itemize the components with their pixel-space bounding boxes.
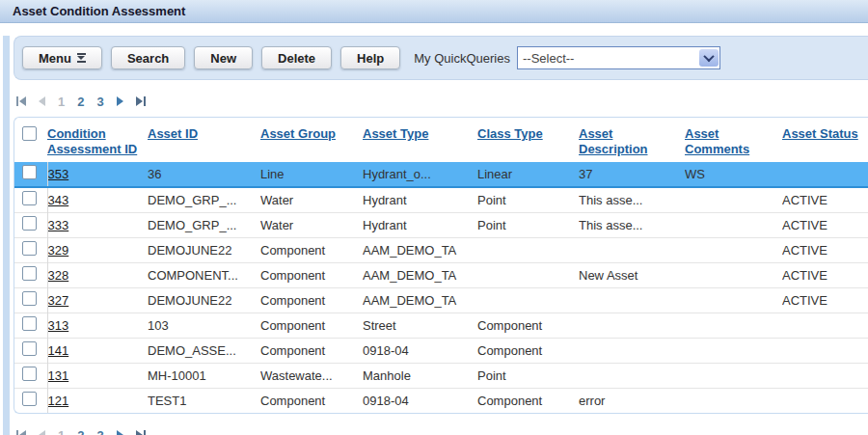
table-row[interactable]: 329DEMOJUNE22ComponentAAM_DEMO_TAACTIVE [14,238,868,263]
cell-asset_id: 36 [148,162,260,187]
cell-desc: 37 [579,162,685,187]
cell-group: Component [260,389,363,414]
cell-condition-assessment-id: 353 [47,162,148,187]
cell-desc: This asse... [579,213,685,238]
pagination-bottom: 1 2 3 [16,428,868,435]
header-asset-id[interactable]: Asset ID [148,126,198,141]
page-number-current: 1 [58,95,65,109]
table-row[interactable]: 327DEMOJUNE22ComponentAAM_DEMO_TAACTIVE [14,288,868,313]
row-checkbox-cell [14,313,47,339]
row-checkbox[interactable] [22,392,37,406]
row-id-link[interactable]: 131 [48,368,69,383]
row-checkbox-cell [14,339,47,364]
quickqueries-selected-value: --Select-- [523,51,574,66]
next-page-icon[interactable] [117,430,123,435]
header-asset-comments[interactable]: Asset Comments [685,126,749,156]
table-row[interactable]: 121TEST1Component0918-04Componenterror [14,389,868,414]
cell-group: Component [260,339,363,364]
table-row[interactable]: 35336LineHydrant_o...Linear37WS [14,162,868,187]
cell-status: ACTIVE [782,238,868,263]
quickqueries-select[interactable]: --Select-- [517,46,720,69]
cell-type: 0918-04 [363,339,477,364]
dropdown-arrow-icon[interactable] [699,49,719,67]
select-all-checkbox-cell [14,118,47,162]
row-id-link[interactable]: 141 [48,343,69,358]
row-checkbox[interactable] [22,367,37,381]
quickqueries-label: My QuickQueries [414,51,510,66]
row-id-link[interactable]: 333 [48,218,69,232]
cell-status [782,389,868,414]
row-id-link[interactable]: 353 [48,167,69,181]
header-asset-type[interactable]: Asset Type [363,126,428,141]
cell-desc [579,288,685,313]
row-checkbox[interactable] [22,216,37,231]
table-row[interactable]: 131MH-10001Wastewate...ManholePoint [14,364,868,389]
page-3-link[interactable]: 3 [96,95,103,109]
row-checkbox-cell [14,213,47,238]
table-row[interactable]: 343DEMO_GRP_...WaterHydrantPointThis ass… [14,187,868,213]
row-checkbox[interactable] [22,316,37,331]
row-checkbox[interactable] [22,191,37,205]
row-checkbox[interactable] [22,341,37,356]
cell-class: Point [477,187,579,213]
row-id-link[interactable]: 343 [48,193,69,207]
page-2-link[interactable]: 2 [77,95,84,109]
row-id-link[interactable]: 328 [48,268,69,283]
page-2-link[interactable]: 2 [77,428,84,435]
page-3-link[interactable]: 3 [96,428,103,435]
delete-button[interactable]: Delete [261,46,332,69]
row-checkbox[interactable] [22,241,37,256]
cell-status: ACTIVE [782,288,868,313]
cell-desc [579,313,685,339]
header-asset-group[interactable]: Asset Group [260,126,336,141]
row-checkbox[interactable] [22,165,37,179]
cell-type: Hydrant_o... [363,162,477,187]
prev-page-icon[interactable] [39,96,45,106]
new-button[interactable]: New [194,46,253,69]
window-title-bar: Asset Condition Assessment [0,0,868,23]
cell-group: Line [260,162,363,187]
cell-comments [685,389,782,414]
search-button[interactable]: Search [111,46,185,69]
cell-type: AAM_DEMO_TA [363,263,477,288]
cell-group: Component [260,263,363,288]
row-checkbox[interactable] [22,291,37,306]
first-page-icon[interactable] [16,430,26,435]
header-condition-assessment-id[interactable]: Condition Assessment ID [47,126,137,156]
cell-comments [685,364,782,389]
cell-asset_id: DEMO_ASSE... [148,339,260,364]
menu-button[interactable]: Menu [22,46,102,69]
prev-page-icon[interactable] [39,430,45,435]
table-row[interactable]: 313103ComponentStreetComponent [14,313,868,339]
row-checkbox-cell [14,364,47,389]
cell-desc: New Asset [579,263,685,288]
cell-status: ACTIVE [782,263,868,288]
cell-type: Hydrant [363,213,477,238]
row-id-link[interactable]: 327 [48,293,69,308]
cell-desc: This asse... [579,187,685,213]
menu-button-label: Menu [39,51,71,66]
cell-class: Point [477,213,579,238]
header-class-type[interactable]: Class Type [477,126,543,141]
header-asset-description[interactable]: Asset Description [579,126,648,156]
row-id-link[interactable]: 329 [48,243,69,258]
cell-condition-assessment-id: 328 [47,263,148,288]
cell-asset_id: DEMOJUNE22 [148,238,260,263]
last-page-icon[interactable] [136,430,146,435]
header-asset-status[interactable]: Asset Status [782,126,858,141]
cell-class: Component [477,313,579,339]
row-id-link[interactable]: 121 [48,394,69,408]
help-button[interactable]: Help [340,46,400,69]
first-page-icon[interactable] [16,96,26,106]
cell-condition-assessment-id: 327 [47,288,148,313]
table-row[interactable]: 141DEMO_ASSE...Component0918-04Component [14,339,868,364]
table-row[interactable]: 328COMPONENT...ComponentAAM_DEMO_TANew A… [14,263,868,288]
next-page-icon[interactable] [117,96,123,106]
table-row[interactable]: 333DEMO_GRP_...WaterHydrantPointThis ass… [14,213,868,238]
cell-group: Component [260,238,363,263]
last-page-icon[interactable] [136,96,146,106]
select-all-checkbox[interactable] [22,126,37,141]
row-checkbox[interactable] [22,266,37,281]
cell-type: Street [363,313,477,339]
row-id-link[interactable]: 313 [48,318,69,333]
